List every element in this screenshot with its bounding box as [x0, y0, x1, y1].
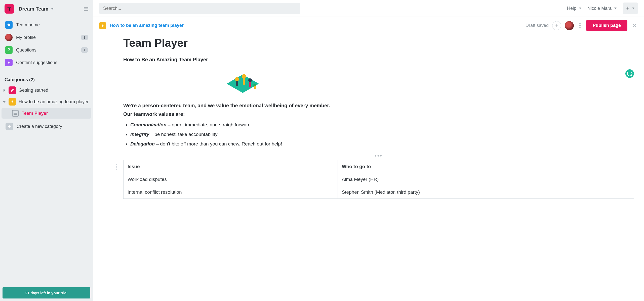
svg-rect-2	[236, 81, 238, 86]
svg-point-8	[253, 84, 256, 86]
svg-point-1	[235, 77, 239, 81]
expand-toggle[interactable]	[3, 88, 6, 92]
create-category-label: Create a new category	[17, 124, 62, 129]
values-list: Communication – open, immediate, and str…	[130, 120, 634, 148]
table-header-cell[interactable]: Issue	[124, 160, 338, 173]
table-more-menu[interactable]	[116, 164, 117, 170]
page-subtitle[interactable]: How to Be an Amazing Team Player	[123, 57, 634, 63]
category-getting-started[interactable]: Getting started	[1, 84, 92, 96]
collapse-toggle[interactable]	[3, 100, 6, 104]
sidebar-item-label: My profile	[16, 35, 78, 40]
intro-line-2: Our teamwork values are:	[123, 111, 185, 117]
categories-list: Getting started How to be an amazing tea…	[0, 84, 93, 135]
app-logo[interactable]	[5, 4, 14, 14]
sidebar-nav: Team home My profile 3 ? Questions 1 Con…	[0, 16, 93, 71]
category-label: Getting started	[19, 88, 48, 93]
count-badge: 3	[81, 35, 88, 40]
document-body[interactable]: We're a person-centered team, and we val…	[123, 101, 634, 199]
category-label: How to be an amazing team player	[19, 99, 89, 105]
search-input[interactable]	[99, 3, 300, 14]
add-button[interactable]: +	[623, 3, 638, 14]
user-name: Nicole Mara	[587, 6, 612, 11]
pencil-icon	[9, 86, 16, 94]
sync-indicator[interactable]	[625, 69, 634, 78]
topbar: Help Nicole Mara +	[93, 0, 644, 17]
svg-rect-4	[243, 78, 245, 85]
table-cell[interactable]: Stephen Smith (Mediator, third party)	[338, 186, 634, 199]
breadcrumb[interactable]: How to be an amazing team player	[110, 23, 184, 28]
svg-rect-6	[249, 82, 251, 87]
sidebar-item-label: Content suggestions	[16, 60, 88, 65]
close-icon[interactable]: ✕	[631, 22, 638, 29]
document-editor[interactable]: Team Player How to Be an Amazing Team Pl…	[93, 34, 644, 301]
bolt-icon	[99, 22, 106, 29]
draft-status: Draft saved	[526, 23, 549, 28]
table-header-row: Issue Who to go to	[124, 160, 634, 173]
add-collaborator-button[interactable]: +	[552, 21, 561, 30]
help-menu[interactable]: Help	[567, 6, 581, 11]
chevron-down-icon	[632, 8, 634, 9]
plus-icon: +	[6, 123, 13, 130]
list-item[interactable]: Integrity – be honest, take accountabili…	[130, 130, 634, 139]
publish-button[interactable]: Publish page	[586, 20, 627, 31]
sidebar-item-label: Questions	[16, 47, 78, 53]
help-label: Help	[567, 6, 576, 11]
main: Help Nicole Mara + How to be an amazing …	[93, 0, 644, 301]
svg-point-5	[248, 78, 252, 82]
list-item[interactable]: Communication – open, immediate, and str…	[130, 120, 634, 129]
sidebar-header: Dream Team	[0, 0, 93, 16]
sidebar: Dream Team Team home My profile 3 ? Q	[0, 0, 93, 301]
categories-header: Categories (2)	[0, 73, 93, 84]
table-row[interactable]: Internal conflict resolution Stephen Smi…	[124, 186, 634, 199]
page-label: Team Player	[22, 111, 48, 116]
page-title[interactable]: Team Player	[123, 37, 634, 49]
count-badge: 1	[81, 47, 88, 53]
table-row[interactable]: Workload disputes Alma Meyer (HR)	[124, 173, 634, 186]
svg-point-3	[242, 74, 246, 79]
bolt-icon	[5, 59, 13, 66]
chevron-down-icon	[614, 8, 617, 9]
workspace-name: Dream Team	[19, 6, 49, 12]
question-icon: ?	[5, 46, 13, 54]
table-cell[interactable]: Alma Meyer (HR)	[338, 173, 634, 186]
svg-rect-7	[254, 86, 256, 89]
table-cell[interactable]: Workload disputes	[124, 173, 338, 186]
sidebar-item-content-suggestions[interactable]: Content suggestions	[3, 56, 90, 69]
page-item-team-player[interactable]: Team Player	[2, 108, 91, 119]
table-header-cell[interactable]: Who to go to	[338, 160, 634, 173]
avatar-icon	[5, 34, 13, 41]
sidebar-item-questions[interactable]: ? Questions 1	[3, 44, 90, 56]
chevron-down-icon	[51, 8, 54, 10]
table-cell[interactable]: Internal conflict resolution	[124, 186, 338, 199]
intro-line-1: We're a person-centered team, and we val…	[123, 103, 330, 108]
team-illustration	[224, 68, 262, 95]
issue-table-wrapper: Issue Who to go to Workload disputes Alm…	[123, 160, 634, 199]
page-toolbar: How to be an amazing team player Draft s…	[93, 17, 644, 34]
home-icon	[5, 21, 13, 29]
avatar[interactable]	[565, 21, 574, 30]
page-more-menu[interactable]	[577, 22, 583, 29]
create-category-button[interactable]: + Create a new category	[1, 120, 92, 133]
list-item[interactable]: Delegation – don't bite off more than yo…	[130, 139, 634, 148]
workspace-switcher[interactable]: Dream Team	[19, 6, 84, 12]
page-icon	[12, 110, 19, 117]
sidebar-item-team-home[interactable]: Team home	[3, 19, 90, 31]
sidebar-item-my-profile[interactable]: My profile 3	[3, 31, 90, 44]
category-team-player[interactable]: How to be an amazing team player	[1, 96, 92, 108]
issue-table[interactable]: Issue Who to go to Workload disputes Alm…	[123, 160, 634, 199]
plus-icon: +	[626, 5, 629, 12]
sidebar-collapse-button[interactable]	[84, 7, 88, 11]
block-drag-handle[interactable]: •••	[123, 153, 634, 159]
chevron-down-icon	[579, 8, 581, 9]
bolt-icon	[9, 98, 16, 106]
sidebar-item-label: Team home	[16, 22, 88, 28]
trial-banner[interactable]: 21 days left in your trial	[3, 287, 90, 298]
user-menu[interactable]: Nicole Mara	[587, 6, 617, 11]
